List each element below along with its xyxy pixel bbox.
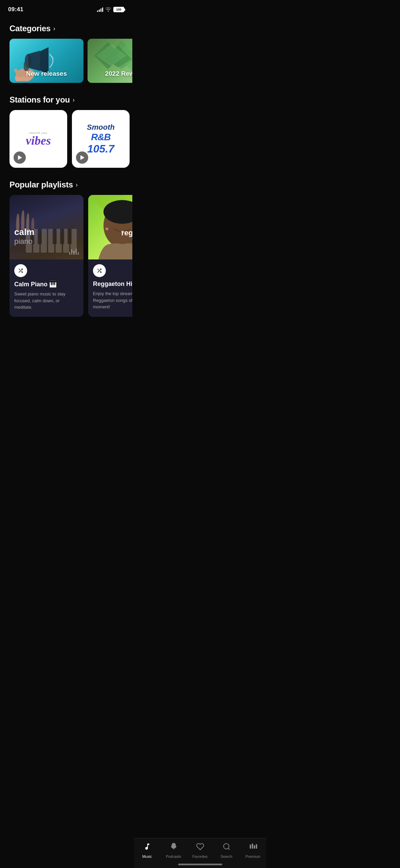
- category-card-new-releases[interactable]: New releases: [9, 39, 83, 83]
- svg-rect-24: [53, 229, 57, 244]
- smooth-rnb-logo: Smooth R&B 105.7: [83, 120, 118, 159]
- play-triangle-icon: [18, 155, 22, 160]
- categories-scroll: New releases 2022 Rewind: [0, 39, 132, 83]
- category-card-rewind[interactable]: 2022 Rewind: [88, 39, 132, 83]
- svg-rect-23: [38, 229, 42, 244]
- categories-header[interactable]: Categories ›: [0, 24, 132, 33]
- battery-icon: 100: [113, 7, 124, 12]
- playlist-info-calm: Calm Piano 🎹 Sweet piano music to stay f…: [9, 259, 83, 317]
- eq-icon-calm: [69, 247, 79, 255]
- play-button-vibes[interactable]: [14, 151, 26, 164]
- play-triangle-icon: [80, 155, 84, 160]
- playlist-card-reggaeton[interactable]: reggaeton hits: [88, 195, 132, 317]
- shuffle-button-reggaeton[interactable]: [93, 264, 106, 277]
- main-content: Categories ›: [0, 17, 132, 358]
- svg-rect-26: [68, 229, 72, 244]
- svg-rect-25: [60, 229, 64, 244]
- svg-rect-6: [24, 61, 29, 71]
- playlist-info-reggaeton: Reggaeton Hits Enjoy the top streamed Re…: [88, 259, 132, 317]
- category-label-rewind: 2022 Rewind: [88, 70, 132, 77]
- signal-icon: [97, 7, 103, 12]
- hits-word: hits: [121, 237, 132, 246]
- wifi-icon: [105, 7, 111, 13]
- categories-title: Categories: [9, 24, 51, 33]
- playlists-scroll: calm piano: [0, 195, 132, 317]
- status-icons: 100: [97, 7, 124, 13]
- stations-section: Stations for you › smooth jazz vibes: [0, 95, 132, 168]
- playlists-title: Popular playlists: [9, 180, 73, 189]
- reggaeton-person-illustration: [88, 195, 132, 259]
- svg-point-31: [106, 228, 108, 230]
- play-button-smooth-rnb[interactable]: [76, 151, 88, 164]
- playlist-card-calm-piano[interactable]: calm piano: [9, 195, 83, 317]
- calm-word: calm: [14, 227, 34, 237]
- stations-title: Stations for you: [9, 95, 70, 105]
- playlist-desc-calm: Sweet piano music to stay focused, calm …: [14, 291, 79, 311]
- playlist-artwork-calm: calm piano: [9, 195, 83, 259]
- status-bar: 09:41 100: [0, 0, 132, 17]
- reggaeton-word: reggaeton: [121, 229, 132, 237]
- categories-section: Categories ›: [0, 24, 132, 83]
- vibes-logo: smooth jazz vibes: [20, 126, 56, 152]
- shuffle-icon: [96, 268, 102, 274]
- shuffle-button-calm[interactable]: [14, 264, 27, 277]
- playlist-name-calm: Calm Piano 🎹: [14, 281, 79, 288]
- playlist-artwork-reggaeton: reggaeton hits: [88, 195, 132, 259]
- category-label-new-releases: New releases: [9, 70, 83, 77]
- piano-word: piano: [14, 237, 34, 246]
- playlist-desc-reggaeton: Enjoy the top streamed Reggaeton songs o…: [93, 290, 132, 310]
- stations-chevron-icon: ›: [73, 96, 75, 104]
- station-card-smooth-rnb[interactable]: Smooth R&B 105.7: [72, 110, 130, 168]
- playlists-chevron-icon: ›: [76, 181, 78, 188]
- station-card-vibes[interactable]: smooth jazz vibes: [9, 110, 67, 168]
- playlists-section: Popular playlists ›: [0, 180, 132, 317]
- playlist-name-reggaeton: Reggaeton Hits: [93, 281, 132, 288]
- stations-header[interactable]: Stations for you ›: [0, 95, 132, 105]
- stations-scroll: smooth jazz vibes Smooth R&B 105.7: [0, 110, 132, 168]
- categories-chevron-icon: ›: [53, 25, 55, 32]
- status-time: 09:41: [8, 6, 23, 13]
- playlists-header[interactable]: Popular playlists ›: [0, 180, 132, 189]
- shuffle-icon: [18, 268, 24, 274]
